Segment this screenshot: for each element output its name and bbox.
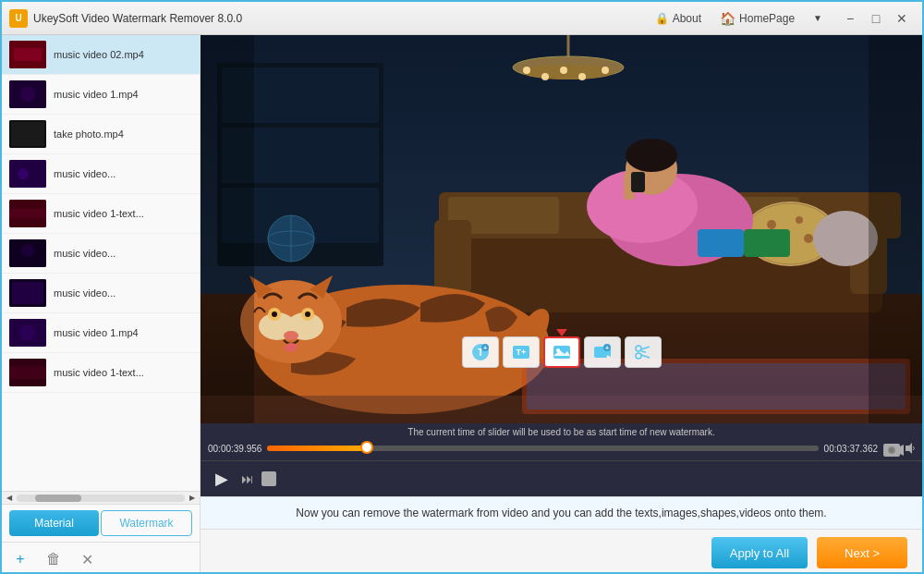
timeline-area: The current time of slider will be used … — [201, 423, 922, 460]
tab-material[interactable]: Material — [9, 510, 99, 536]
tab-watermark[interactable]: Watermark — [101, 510, 192, 536]
dropdown-nav-item[interactable]: ▼ — [806, 9, 830, 27]
svg-rect-72 — [527, 363, 906, 409]
chevron-down-icon: ▼ — [813, 13, 822, 23]
thumbnail — [9, 239, 46, 267]
list-item[interactable]: take photo.mp4 — [2, 115, 200, 154]
list-item[interactable]: music video... — [2, 154, 200, 194]
svg-marker-97 — [906, 443, 912, 454]
progress-thumb[interactable] — [360, 441, 373, 454]
add-title-button[interactable]: T+ — [503, 336, 540, 368]
svg-point-29 — [522, 65, 614, 79]
file-name: music video 1-text... — [54, 208, 192, 219]
thumbnail — [9, 80, 46, 108]
svg-point-65 — [305, 311, 310, 317]
scroll-left-arrow[interactable]: ◀ — [4, 493, 15, 504]
svg-rect-74 — [869, 35, 922, 423]
homepage-nav-item[interactable]: 🏠 HomePage — [712, 7, 802, 30]
maximize-icon: □ — [872, 11, 880, 26]
right-panel: T + T+ — [201, 35, 922, 574]
progress-bar[interactable] — [267, 446, 818, 451]
add-video-button[interactable]: + — [584, 336, 621, 368]
total-time-label: 00:03:37.362 — [824, 444, 878, 454]
file-name: music video... — [54, 248, 192, 259]
main-layout: music video 02.mp4 music video 1.mp4 tak… — [2, 35, 922, 574]
timeline-row: 00:00:39.956 00:03:37.362 — [208, 440, 915, 457]
svg-point-44 — [767, 220, 776, 229]
svg-rect-55 — [698, 229, 744, 257]
horizontal-scrollbar[interactable]: ◀ ▶ — [2, 491, 200, 504]
stop-button[interactable] — [261, 471, 276, 486]
toolbar-arrow — [556, 329, 567, 336]
svg-rect-5 — [11, 122, 44, 146]
list-item[interactable]: music video 1.mp4 — [2, 313, 200, 353]
svg-text:T+: T+ — [516, 348, 526, 357]
about-label: About — [673, 12, 701, 25]
delete-button[interactable]: 🗑 — [43, 548, 65, 570]
step-forward-button[interactable]: ⏭ — [237, 469, 258, 489]
video-toolbar: T + T+ — [462, 336, 662, 368]
svg-point-68 — [285, 343, 298, 352]
svg-point-46 — [804, 234, 813, 243]
file-list-scroll[interactable]: music video 02.mp4 music video 1.mp4 tak… — [2, 35, 200, 491]
list-item[interactable]: music video... — [2, 274, 200, 313]
thumbnail — [9, 319, 46, 347]
svg-rect-1 — [14, 48, 42, 61]
svg-point-11 — [21, 244, 34, 257]
next-button[interactable]: Next > — [817, 537, 907, 568]
list-item[interactable]: music video 1-text... — [2, 353, 200, 393]
thumbnail — [9, 120, 46, 148]
left-panel: music video 02.mp4 music video 1.mp4 tak… — [2, 35, 201, 574]
list-item[interactable]: music video 1-text... — [2, 194, 200, 234]
svg-point-3 — [20, 87, 35, 102]
add-text-button[interactable]: T + — [462, 336, 499, 368]
list-item[interactable]: music video 02.mp4 — [2, 35, 200, 75]
minimize-icon: − — [846, 11, 854, 26]
svg-point-45 — [796, 216, 803, 224]
bottom-bar: Apply to All Next > — [201, 529, 922, 574]
list-item[interactable]: music video 1.mp4 — [2, 75, 200, 115]
svg-rect-13 — [12, 282, 43, 304]
add-image-button[interactable] — [543, 336, 580, 368]
svg-point-48 — [813, 211, 878, 266]
scroll-track[interactable] — [17, 495, 185, 502]
svg-point-34 — [602, 67, 609, 74]
current-time-label: 00:00:39.956 — [208, 444, 261, 454]
cut-button[interactable] — [625, 336, 662, 368]
svg-line-91 — [641, 355, 650, 358]
svg-point-32 — [560, 67, 567, 74]
close-icon: ✕ — [896, 11, 907, 26]
play-button[interactable]: ▶ — [210, 467, 234, 491]
svg-point-31 — [541, 73, 549, 80]
add-button[interactable]: + — [9, 548, 31, 570]
title-bar: U UkeySoft Video Watermark Remover 8.0.0… — [2, 2, 922, 35]
close-button[interactable]: ✕ — [889, 6, 915, 31]
progress-fill — [267, 446, 366, 451]
camera-icon-area[interactable] — [883, 440, 915, 457]
action-row: + 🗑 ✕ — [2, 542, 200, 574]
homepage-label: HomePage — [739, 12, 795, 25]
apply-to-all-button[interactable]: Apply to All — [711, 537, 808, 568]
svg-rect-17 — [9, 366, 46, 379]
svg-point-63 — [272, 311, 277, 317]
remove-button[interactable]: ✕ — [76, 548, 98, 570]
thumbnail — [9, 41, 46, 68]
scroll-right-arrow[interactable]: ▶ — [187, 493, 198, 504]
svg-point-33 — [578, 73, 586, 80]
svg-point-95 — [890, 448, 894, 453]
scroll-thumb[interactable] — [35, 495, 81, 502]
info-text: Now you can remove the watermark from vi… — [201, 496, 922, 529]
list-item[interactable]: music video... — [2, 234, 200, 274]
svg-point-52 — [626, 139, 677, 172]
video-preview: T + T+ — [201, 35, 922, 423]
maximize-button[interactable]: □ — [863, 6, 889, 31]
file-list-container: music video 02.mp4 music video 1.mp4 tak… — [2, 35, 200, 491]
thumbnail — [9, 200, 46, 227]
svg-rect-56 — [744, 229, 790, 257]
svg-point-88 — [636, 346, 641, 351]
window-controls: − □ ✕ — [837, 6, 915, 31]
volume-icon — [906, 443, 915, 454]
about-nav-item[interactable]: 🔒 About — [648, 8, 709, 29]
file-name: music video... — [54, 168, 192, 179]
minimize-button[interactable]: − — [837, 6, 863, 31]
